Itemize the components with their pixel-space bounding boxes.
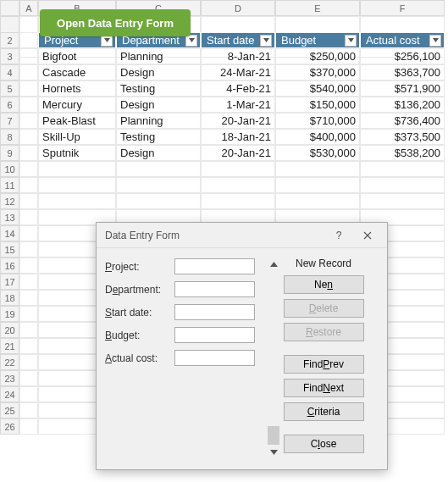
row-header-7[interactable]: 7	[0, 113, 19, 129]
row-header-23[interactable]: 23	[0, 370, 19, 386]
cell[interactable]	[19, 145, 38, 161]
cell[interactable]	[360, 193, 445, 209]
table-cell[interactable]: Design	[116, 97, 201, 113]
table-cell[interactable]: $256,100	[360, 48, 445, 64]
cell[interactable]	[19, 97, 38, 113]
budget-input[interactable]	[174, 327, 255, 343]
row-header-9[interactable]: 9	[0, 145, 19, 161]
cell[interactable]	[19, 274, 38, 290]
table-header-budget[interactable]: Budget	[275, 32, 360, 48]
new-button[interactable]: NeN	[284, 275, 364, 294]
cell[interactable]	[275, 193, 360, 209]
table-cell[interactable]: Planning	[116, 48, 201, 64]
column-header-A[interactable]: A	[19, 0, 38, 16]
scroll-down-icon[interactable]	[268, 446, 279, 458]
cell[interactable]	[19, 32, 38, 48]
table-cell[interactable]: 8-Jan-21	[201, 48, 275, 64]
cell[interactable]	[19, 113, 38, 129]
table-cell[interactable]: 24-Mar-21	[201, 64, 275, 80]
row-header-22[interactable]: 22	[0, 354, 19, 370]
filter-dropdown-icon[interactable]	[345, 35, 357, 47]
cell[interactable]	[116, 193, 201, 209]
cell[interactable]	[19, 402, 38, 418]
filter-dropdown-icon[interactable]	[260, 35, 272, 47]
cell[interactable]	[19, 290, 38, 306]
column-header-F[interactable]: F	[360, 0, 445, 16]
row-header-5[interactable]: 5	[0, 80, 19, 97]
cell[interactable]	[275, 161, 360, 177]
table-cell[interactable]: 1-Mar-21	[201, 97, 275, 113]
row-header-17[interactable]: 17	[0, 274, 19, 290]
table-cell[interactable]: $250,000	[275, 48, 360, 64]
select-all-cell[interactable]	[0, 0, 19, 16]
cell[interactable]	[19, 306, 38, 322]
table-cell[interactable]: Testing	[116, 129, 201, 145]
row-header-16[interactable]: 16	[0, 258, 19, 274]
table-cell[interactable]: 20-Jan-21	[201, 145, 275, 161]
cell[interactable]	[19, 322, 38, 338]
table-cell[interactable]: Mercury	[38, 97, 116, 113]
table-cell[interactable]: $400,000	[275, 129, 360, 145]
cell[interactable]	[201, 193, 275, 209]
row-header-3[interactable]: 3	[0, 48, 19, 64]
cell[interactable]	[38, 193, 116, 209]
row-header-21[interactable]: 21	[0, 338, 19, 354]
table-cell[interactable]: Sputnik	[38, 145, 116, 161]
row-header-26[interactable]: 26	[0, 418, 19, 435]
criteria-button[interactable]: Criteria	[284, 402, 364, 421]
cell[interactable]	[19, 258, 38, 274]
table-cell[interactable]: $710,000	[275, 113, 360, 129]
row-header-13[interactable]: 13	[0, 209, 19, 225]
cell[interactable]	[19, 209, 38, 225]
table-header-start-date[interactable]: Start date	[201, 32, 275, 48]
table-cell[interactable]: $571,900	[360, 80, 445, 97]
table-cell[interactable]: Planning	[116, 113, 201, 129]
cell[interactable]	[19, 370, 38, 386]
department-input[interactable]	[174, 281, 255, 297]
row-header-18[interactable]: 18	[0, 290, 19, 306]
cell[interactable]	[19, 338, 38, 354]
row-header-4[interactable]: 4	[0, 64, 19, 80]
cell[interactable]	[19, 177, 38, 193]
cell[interactable]	[360, 177, 445, 193]
cell[interactable]	[38, 177, 116, 193]
table-cell[interactable]: Bigfoot	[38, 48, 116, 64]
table-cell[interactable]: 20-Jan-21	[201, 113, 275, 129]
row-header-19[interactable]: 19	[0, 306, 19, 322]
row-header-15[interactable]: 15	[0, 241, 19, 258]
project-input[interactable]	[174, 258, 255, 274]
table-cell[interactable]: Design	[116, 145, 201, 161]
table-cell[interactable]: Peak-Blast	[38, 113, 116, 129]
table-cell[interactable]: $538,200	[360, 145, 445, 161]
row-header-12[interactable]: 12	[0, 193, 19, 209]
cell[interactable]	[19, 386, 38, 402]
column-header-D[interactable]: D	[201, 0, 275, 16]
cell[interactable]	[38, 161, 116, 177]
cell[interactable]	[19, 225, 38, 241]
table-cell[interactable]: $530,000	[275, 145, 360, 161]
cell[interactable]	[19, 161, 38, 177]
open-data-entry-form-button[interactable]: Open Data Entry Form	[40, 9, 191, 36]
cell[interactable]	[19, 241, 38, 258]
table-cell[interactable]: 4-Feb-21	[201, 80, 275, 97]
table-cell[interactable]: Hornets	[38, 80, 116, 97]
table-cell[interactable]: Cascade	[38, 64, 116, 80]
cell[interactable]	[19, 193, 38, 209]
actual-cost-input[interactable]	[174, 350, 255, 366]
row-header-8[interactable]: 8	[0, 129, 19, 145]
cell[interactable]	[19, 64, 38, 80]
cell[interactable]	[19, 354, 38, 370]
row-header-24[interactable]: 24	[0, 386, 19, 402]
cell[interactable]	[360, 161, 445, 177]
table-cell[interactable]: 18-Jan-21	[201, 129, 275, 145]
row-header-6[interactable]: 6	[0, 97, 19, 113]
scroll-up-icon[interactable]	[268, 258, 279, 270]
row-header-2[interactable]: 2	[0, 32, 19, 48]
row-header-10[interactable]: 10	[0, 161, 19, 177]
table-cell[interactable]: $363,700	[360, 64, 445, 80]
table-cell[interactable]: $540,000	[275, 80, 360, 97]
cell[interactable]	[275, 177, 360, 193]
row-header-14[interactable]: 14	[0, 225, 19, 241]
cell[interactable]	[19, 418, 38, 435]
cell[interactable]	[116, 177, 201, 193]
